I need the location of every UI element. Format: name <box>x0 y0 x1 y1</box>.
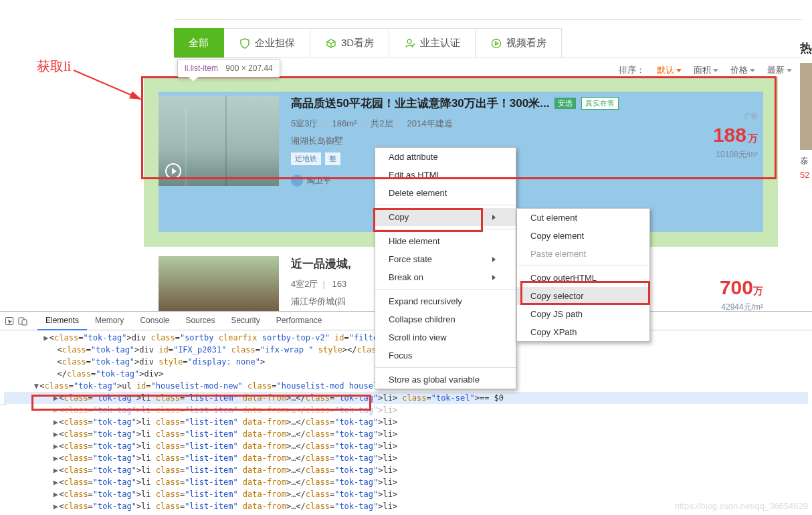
devtools-tab-memory[interactable]: Memory <box>87 312 132 330</box>
sort-area[interactable]: 面积 <box>694 64 718 76</box>
play-icon <box>165 163 181 179</box>
tab-owner[interactable]: 业主认证 <box>389 28 476 58</box>
agent-name: 陶卫平 <box>307 175 331 187</box>
menu-collapse-children[interactable]: Collapse children <box>375 310 516 328</box>
badge-real: 真实在售 <box>581 97 619 110</box>
search-bar-area <box>174 0 803 20</box>
devtools-tab-console[interactable]: Console <box>132 312 177 330</box>
web-page: 全部 企业担保 3D看房 业主认证 视频看房 <box>174 0 803 58</box>
devtools-tab-security[interactable]: Security <box>223 312 268 330</box>
svg-line-0 <box>74 70 140 99</box>
caret-down-icon <box>787 69 792 72</box>
devtools-tab-sources[interactable]: Sources <box>177 312 223 330</box>
menu-copy-js-path[interactable]: Copy JS path <box>517 305 649 323</box>
listing-price: 188万 <box>670 124 758 146</box>
listing-thumbnail[interactable] <box>159 96 279 186</box>
listing-title[interactable]: 高品质送50平花园！业主诚意降30万出手！300米... <box>291 96 549 111</box>
tab-enterprise[interactable]: 企业担保 <box>224 28 310 58</box>
svg-point-1 <box>407 39 411 43</box>
tab-label: 全部 <box>189 37 209 49</box>
shield-icon <box>239 37 251 49</box>
tag: 整 <box>325 152 340 165</box>
tab-label: 3D看房 <box>341 37 374 49</box>
tab-all[interactable]: 全部 <box>174 28 224 58</box>
caret-down-icon <box>750 69 755 72</box>
devtools-gutter-dots: ... <box>0 398 7 407</box>
inspector-tooltip: li.list-item 900 × 207.44 <box>177 59 280 78</box>
svg-point-2 <box>492 39 501 47</box>
menu-scroll-into-view[interactable]: Scroll into view <box>375 328 516 346</box>
menu-copy-xpath[interactable]: Copy XPath <box>517 323 649 341</box>
menu-break-on[interactable]: Break on <box>375 268 516 286</box>
sidebar-hot-num: 52 <box>800 170 812 180</box>
listing-unit-price: 10108元/m² <box>670 149 758 161</box>
devtools-tab-elements[interactable]: Elements <box>37 312 87 330</box>
context-submenu-copy: Cut element Copy element Paste element C… <box>516 208 650 342</box>
tag: 近地铁 <box>291 152 321 165</box>
devtools-tabs: Elements Memory Console Sources Security… <box>37 312 330 330</box>
sort-label: 排序： <box>619 64 645 76</box>
sort-price[interactable]: 价格 <box>730 64 755 76</box>
menu-edit-html[interactable]: Edit as HTML <box>375 166 516 184</box>
tab-bar: 全部 企业担保 3D看房 业主认证 视频看房 <box>174 28 803 58</box>
menu-copy-outerhtml[interactable]: Copy outerHTML <box>517 269 649 287</box>
cube-icon <box>325 37 337 49</box>
listing-meta: 5室3厅| 186m²| 共2层| 2014年建造 <box>291 118 657 130</box>
tab-label: 视频看房 <box>506 37 546 49</box>
submenu-arrow-icon <box>492 275 496 280</box>
play-circle-icon <box>490 37 502 49</box>
tooltip-dimensions: 900 × 207.44 <box>225 64 272 73</box>
listing-community: 湘湖长岛御墅 <box>291 135 657 147</box>
sort-latest[interactable]: 最新 <box>767 64 792 76</box>
tab-video[interactable]: 视频看房 <box>476 28 562 58</box>
tab-label: 企业担保 <box>255 37 295 49</box>
devtools-tab-performance[interactable]: Performance <box>268 312 330 330</box>
sidebar-thumb[interactable] <box>800 63 812 150</box>
sort-bar: 排序： 默认 面积 价格 最新 <box>619 64 792 76</box>
inspect-icon[interactable] <box>4 316 15 326</box>
menu-hide-element[interactable]: Hide element <box>375 232 516 250</box>
tab-label: 业主认证 <box>420 37 460 49</box>
device-toggle-icon[interactable] <box>17 316 28 326</box>
menu-add-attribute[interactable]: Add attribute <box>375 148 516 166</box>
svg-rect-5 <box>22 320 27 325</box>
sort-default[interactable]: 默认 <box>657 64 682 76</box>
ad-badge: 广告 <box>670 112 758 121</box>
submenu-arrow-icon <box>492 257 496 262</box>
menu-copy[interactable]: Copy <box>375 208 516 226</box>
menu-copy-element[interactable]: Copy element <box>517 227 649 245</box>
sidebar-heading: 热 <box>800 33 812 63</box>
menu-cut-element[interactable]: Cut element <box>517 209 649 227</box>
listing-price-col: 广告 188万 10108元/m² <box>670 92 763 232</box>
menu-copy-selector[interactable]: Copy selector <box>517 287 649 305</box>
hot-sidebar: 热 泰 52 <box>800 33 812 207</box>
tab-3d[interactable]: 3D看房 <box>310 28 389 58</box>
context-menu: Add attribute Edit as HTML Delete elemen… <box>375 147 516 389</box>
menu-expand-recursively[interactable]: Expand recursively <box>375 292 516 310</box>
caret-down-icon <box>676 69 682 72</box>
annotation-text: 获取li <box>37 58 71 76</box>
avatar <box>291 175 303 187</box>
menu-force-state[interactable]: Force state <box>375 250 516 268</box>
badge-anxuan: 安选 <box>554 98 576 109</box>
menu-store-global[interactable]: Store as global variable <box>375 371 516 389</box>
watermark-text: https://blog.csdn.net/qq_36654629 <box>675 501 809 511</box>
menu-focus[interactable]: Focus <box>375 346 516 365</box>
tooltip-selector: li.list-item <box>185 64 218 73</box>
menu-delete-element[interactable]: Delete element <box>375 184 516 202</box>
sidebar-line: 泰 <box>800 155 812 167</box>
caret-down-icon <box>713 69 718 72</box>
submenu-arrow-icon <box>492 215 496 220</box>
user-check-icon <box>404 37 416 49</box>
menu-paste-element: Paste element <box>517 245 649 263</box>
annotation-arrow <box>70 67 150 109</box>
